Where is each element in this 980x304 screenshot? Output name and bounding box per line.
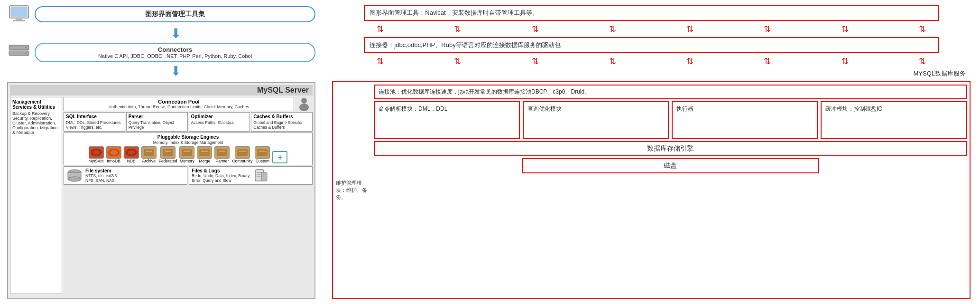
- parser-title: Parser: [129, 114, 185, 119]
- right-diagram: 维护管理模块：维护、备份。 连接池：优化数据库连接速度，java开发常见的数据库…: [332, 81, 971, 299]
- engine-archive-label: Archive: [142, 159, 156, 163]
- engine-merge: Merge: [197, 146, 212, 163]
- filesystem-box: File system NTFS, ufs, ext2/3NFS, SAN, N…: [64, 166, 187, 185]
- anno2-text: 连接器：jdbc,odbc,PHP、Ruby等语言对应的连接数据库服务的驱动包: [370, 41, 560, 48]
- svg-point-7: [25, 52, 27, 54]
- sql-title: SQL Interface: [66, 114, 123, 119]
- svg-rect-16: [144, 149, 154, 156]
- files-logs-text: Files & Logs Redo, Undo, Data, Index, Bi…: [192, 168, 250, 183]
- connectors-box: Connectors Native C API, JDBC, ODBC, .NE…: [35, 43, 315, 62]
- disk-label: 磁盘: [664, 162, 677, 169]
- svg-rect-29: [259, 151, 266, 152]
- cache-box: 缓冲模块：控制磁盘IO: [821, 101, 967, 139]
- storage-engines-sub: Memory, Index & Storage Management: [65, 140, 311, 145]
- storage-engine-anno: 数据库存储引擎: [374, 141, 967, 156]
- archive-icon: [141, 146, 157, 159]
- engine-ndb-label: NDB: [127, 159, 136, 163]
- mgmt-box: Management Services & Utilities Backup &…: [10, 97, 62, 294]
- person-icon: [296, 97, 313, 111]
- storage-engines-title: Pluggable Storage Engines: [65, 134, 311, 140]
- svg-rect-1: [11, 7, 27, 17]
- files-title: Files & Logs: [192, 168, 250, 173]
- svg-rect-18: [163, 149, 173, 156]
- engine-community: Community: [232, 146, 252, 163]
- svg-rect-28: [257, 149, 268, 156]
- mysql-server-title: MySQL Server: [10, 85, 313, 95]
- svg-point-11: [92, 150, 100, 155]
- anno-box-2: 连接器：jdbc,odbc,PHP、Ruby等语言对应的连接数据库服务的驱动包: [364, 37, 938, 53]
- gui-tools-box: 图形界面管理工具集: [35, 6, 315, 22]
- engine-add: +: [272, 151, 287, 163]
- parser-content: Query Translation, Object Privilege: [129, 120, 185, 130]
- modules-row: SQL Interface DML, DDL, Stored Procedure…: [64, 112, 313, 132]
- engine-memory: Memory: [179, 146, 194, 163]
- files-logs-box: Files & Logs Redo, Undo, Data, Index, Bi…: [189, 166, 313, 185]
- svg-rect-24: [217, 149, 227, 156]
- disk-anno-wrapper: 磁盘: [374, 158, 967, 173]
- arrows-row-2: ⇅ ⇅ ⇅ ⇅ ⇅ ⇅ ⇅ ⇅: [332, 56, 971, 66]
- optimizer-content: Access Paths, Statistics: [191, 120, 234, 125]
- storage-engine-label: 数据库存储引擎: [647, 144, 693, 152]
- cmd-parse-box: 命令解析模块：DML，DDL: [374, 101, 520, 139]
- partner-icon: [214, 146, 230, 159]
- sql-content: DML, DDL, Stored Procedures Views, Trigg…: [66, 120, 123, 130]
- mysql-server-block: MySQL Server Management Services & Utili…: [7, 82, 315, 299]
- engines-icons-row: MyISAM InnoDB NDB: [65, 146, 311, 163]
- gui-tools-row: 图形界面管理工具集: [7, 5, 315, 24]
- parser-box: Parser Query Translation, Object Privile…: [126, 112, 188, 132]
- caches-box: Caches & Buffers Global and Engine Speci…: [251, 112, 313, 132]
- engine-partner: Partner: [214, 146, 230, 163]
- diagram-content: 连接池：优化数据库连接速度，java开发常见的数据库连接池DBCP、c3p0、D…: [374, 85, 967, 295]
- svg-rect-27: [239, 151, 246, 152]
- arrows-row-1: ⇅ ⇅ ⇅ ⇅ ⇅ ⇅ ⇅ ⇅: [332, 24, 971, 34]
- engine-innodb-label: InnoDB: [107, 159, 120, 163]
- modules-anno-row: 命令解析模块：DML，DDL 查询优化模块 执行器 缓冲模块：控制磁盘IO: [374, 101, 967, 139]
- caches-content: Global and Engine Specific Caches & Buff…: [253, 120, 310, 130]
- disk-anno: 磁盘: [522, 158, 819, 173]
- engine-ndb: NDB: [124, 146, 139, 163]
- conn-pool-box: Connection Pool Authentication, Thread R…: [64, 97, 294, 111]
- executor-label: 执行器: [676, 105, 693, 112]
- conn-pool-title: Connection Pool: [67, 99, 291, 104]
- svg-rect-2: [16, 18, 22, 20]
- engine-myisam: MyISAM: [89, 146, 104, 163]
- federated-icon: [160, 146, 176, 159]
- server-icon: [7, 43, 31, 62]
- arrow-down-1: ⬇: [36, 27, 315, 40]
- svg-rect-38: [261, 172, 267, 181]
- svg-rect-19: [165, 151, 171, 152]
- svg-rect-23: [201, 151, 208, 152]
- svg-point-32: [68, 177, 81, 181]
- svg-rect-20: [182, 149, 192, 156]
- arrow-down-2: ⬇: [36, 65, 315, 78]
- connectors-row: Connectors Native C API, JDBC, ODBC, .NE…: [7, 43, 315, 62]
- svg-rect-17: [146, 151, 152, 152]
- sql-interface-box: SQL Interface DML, DDL, Stored Procedure…: [64, 112, 125, 132]
- svg-point-8: [301, 98, 307, 104]
- mysql-service-label: MYSQL数据库服务: [332, 69, 971, 78]
- query-opt-box: 查询优化模块: [523, 101, 669, 139]
- svg-rect-3: [13, 20, 25, 21]
- engine-innodb: InnoDB: [106, 146, 121, 163]
- engine-archive: Archive: [141, 146, 157, 163]
- engine-federated: Federated: [159, 146, 177, 163]
- anno1-text: 图形界面管理工具：Navicat，安装数据库时自带管理工具等。: [370, 9, 538, 16]
- filesystem-text: File system NTFS, ufs, ext2/3NFS, SAN, N…: [85, 168, 117, 183]
- add-engine-icon[interactable]: +: [272, 151, 287, 163]
- filesystem-sub: NTFS, ufs, ext2/3NFS, SAN, NAS: [85, 173, 117, 183]
- optimizer-title: Optimizer: [191, 114, 213, 119]
- ndb-icon: [124, 146, 139, 159]
- files-icon: [253, 169, 269, 183]
- connectors-title: Connectors: [43, 46, 307, 53]
- caches-title: Caches & Buffers: [253, 114, 310, 119]
- left-panel: 图形界面管理工具集 ⬇ Connectors Native C API, JDB…: [0, 0, 323, 304]
- engine-memory-label: Memory: [180, 159, 194, 163]
- connectors-subtitle: Native C API, JDBC, ODBC, .NET, PHP, Per…: [43, 53, 307, 59]
- files-sub: Redo, Undo, Data, Index, Binary,Error, Q…: [192, 173, 250, 183]
- custom-icon: [255, 146, 270, 159]
- svg-rect-22: [199, 149, 210, 156]
- mgmt-title: Management Services & Utilities: [12, 99, 60, 110]
- engine-myisam-label: MyISAM: [89, 159, 104, 163]
- svg-rect-21: [184, 151, 190, 152]
- gui-tools-label: 图形界面管理工具集: [145, 10, 205, 18]
